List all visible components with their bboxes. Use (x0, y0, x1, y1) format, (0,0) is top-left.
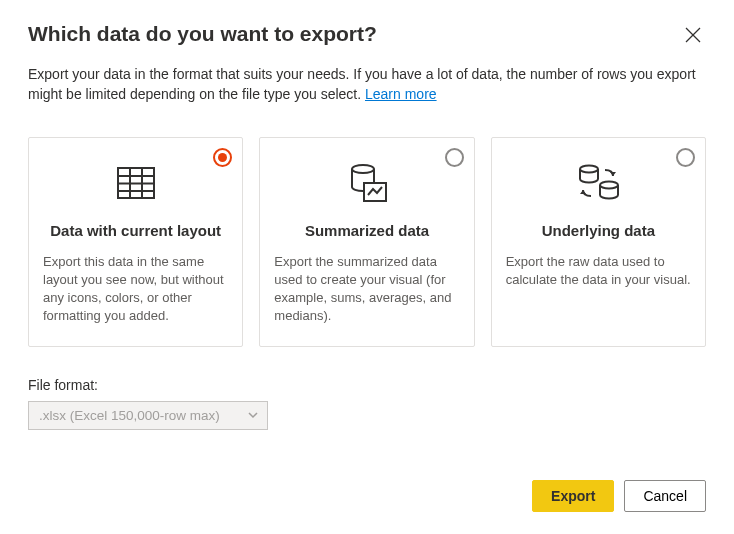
file-format-select[interactable]: .xlsx (Excel 150,000-row max) (28, 401, 268, 430)
file-format-label: File format: (28, 377, 706, 393)
close-icon (684, 26, 702, 44)
option-description: Export this data in the same layout you … (43, 253, 228, 326)
option-title: Data with current layout (43, 222, 228, 239)
svg-point-8 (352, 165, 374, 173)
svg-marker-13 (580, 190, 586, 194)
chevron-down-icon (247, 409, 259, 421)
radio-current-layout[interactable] (213, 148, 232, 167)
learn-more-link[interactable]: Learn more (365, 86, 437, 102)
radio-underlying[interactable] (676, 148, 695, 167)
dialog-footer: Export Cancel (532, 480, 706, 512)
svg-point-11 (600, 181, 618, 188)
dialog-title: Which data do you want to export? (28, 22, 377, 46)
dialog-description: Export your data in the format that suit… (28, 64, 706, 105)
table-grid-icon (43, 158, 228, 208)
export-button[interactable]: Export (532, 480, 614, 512)
summarized-data-icon (274, 158, 459, 208)
cancel-button[interactable]: Cancel (624, 480, 706, 512)
option-underlying[interactable]: Underlying data Export the raw data used… (491, 137, 706, 347)
radio-summarized[interactable] (445, 148, 464, 167)
option-description: Export the summarized data used to creat… (274, 253, 459, 326)
close-button[interactable] (680, 22, 706, 48)
option-summarized[interactable]: Summarized data Export the summarized da… (259, 137, 474, 347)
option-title: Summarized data (274, 222, 459, 239)
underlying-data-icon (506, 158, 691, 208)
svg-marker-12 (610, 172, 616, 176)
option-title: Underlying data (506, 222, 691, 239)
svg-point-10 (580, 165, 598, 172)
option-current-layout[interactable]: Data with current layout Export this dat… (28, 137, 243, 347)
export-options: Data with current layout Export this dat… (28, 137, 706, 347)
option-description: Export the raw data used to calculate th… (506, 253, 691, 289)
file-format-value: .xlsx (Excel 150,000-row max) (39, 408, 220, 423)
